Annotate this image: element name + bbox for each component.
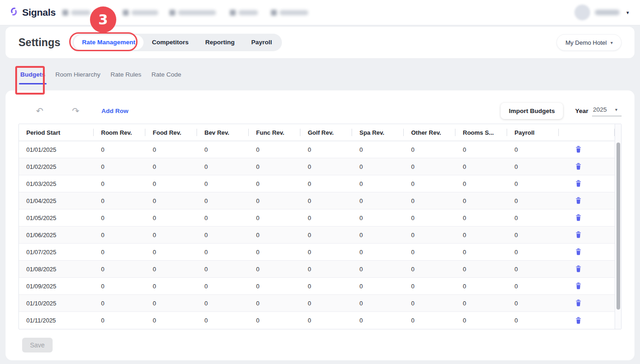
value-cell[interactable]: 0 [94, 197, 145, 204]
value-cell[interactable]: 0 [455, 180, 507, 187]
delete-row-button[interactable] [559, 197, 615, 204]
value-cell[interactable]: 0 [455, 197, 507, 204]
value-cell[interactable]: 0 [249, 163, 300, 170]
value-cell[interactable]: 0 [404, 300, 455, 307]
delete-row-button[interactable] [559, 180, 615, 187]
value-cell[interactable]: 0 [300, 180, 352, 187]
period-start-cell[interactable]: 01/09/2025 [19, 283, 94, 290]
value-cell[interactable]: 0 [94, 180, 145, 187]
value-cell[interactable]: 0 [455, 249, 507, 256]
period-start-cell[interactable]: 01/02/2025 [19, 163, 94, 170]
value-cell[interactable]: 0 [507, 300, 559, 307]
value-cell[interactable]: 0 [507, 266, 559, 273]
brand-logo[interactable]: Signals [8, 6, 56, 19]
value-cell[interactable]: 0 [507, 215, 559, 221]
value-cell[interactable]: 0 [507, 180, 559, 187]
delete-row-button[interactable] [559, 299, 615, 307]
value-cell[interactable]: 0 [352, 283, 404, 290]
delete-row-button[interactable] [559, 282, 615, 290]
value-cell[interactable]: 0 [404, 232, 455, 239]
delete-row-button[interactable] [559, 146, 615, 153]
value-cell[interactable]: 0 [404, 266, 455, 273]
value-cell[interactable]: 0 [300, 283, 352, 290]
subtab-rate-rules[interactable]: Rate Rules [111, 71, 142, 78]
value-cell[interactable]: 0 [249, 232, 300, 239]
value-cell[interactable]: 0 [300, 300, 352, 307]
value-cell[interactable]: 0 [145, 197, 197, 204]
value-cell[interactable]: 0 [455, 266, 507, 273]
value-cell[interactable]: 0 [404, 317, 455, 324]
import-budgets-button[interactable]: Import Budgets [501, 103, 563, 119]
value-cell[interactable]: 0 [249, 300, 300, 307]
value-cell[interactable]: 0 [300, 163, 352, 170]
value-cell[interactable]: 0 [249, 180, 300, 187]
redacted-nav-item[interactable] [62, 10, 90, 16]
value-cell[interactable]: 0 [404, 197, 455, 204]
value-cell[interactable]: 0 [249, 266, 300, 273]
value-cell[interactable]: 0 [145, 249, 197, 256]
value-cell[interactable]: 0 [507, 197, 559, 204]
value-cell[interactable]: 0 [507, 146, 559, 153]
value-cell[interactable]: 0 [249, 197, 300, 204]
save-button[interactable]: Save [22, 338, 53, 352]
delete-row-button[interactable] [559, 248, 615, 256]
scrollbar-thumb[interactable] [616, 143, 620, 310]
value-cell[interactable]: 0 [249, 283, 300, 290]
value-cell[interactable]: 0 [145, 163, 197, 170]
redacted-nav-item[interactable] [271, 10, 308, 16]
delete-row-button[interactable] [559, 163, 615, 170]
value-cell[interactable]: 0 [197, 283, 249, 290]
value-cell[interactable]: 0 [404, 249, 455, 256]
value-cell[interactable]: 0 [94, 146, 145, 153]
value-cell[interactable]: 0 [507, 249, 559, 256]
value-cell[interactable]: 0 [94, 317, 145, 324]
subtab-budgets[interactable]: Budgets [20, 71, 45, 78]
value-cell[interactable]: 0 [507, 317, 559, 324]
value-cell[interactable]: 0 [455, 146, 507, 153]
period-start-cell[interactable]: 01/03/2025 [19, 180, 94, 187]
value-cell[interactable]: 0 [249, 146, 300, 153]
value-cell[interactable]: 0 [197, 163, 249, 170]
value-cell[interactable]: 0 [145, 317, 197, 324]
delete-row-button[interactable] [559, 265, 615, 273]
period-start-cell[interactable]: 01/11/2025 [19, 317, 94, 324]
period-start-cell[interactable]: 01/10/2025 [19, 300, 94, 307]
subtab-rate-code[interactable]: Rate Code [151, 71, 181, 78]
value-cell[interactable]: 0 [352, 163, 404, 170]
undo-icon[interactable]: ↶ [36, 107, 43, 115]
value-cell[interactable]: 0 [455, 317, 507, 324]
value-cell[interactable]: 0 [300, 266, 352, 273]
value-cell[interactable]: 0 [145, 232, 197, 239]
value-cell[interactable]: 0 [404, 163, 455, 170]
user-menu[interactable]: ▾ [574, 5, 632, 20]
value-cell[interactable]: 0 [197, 146, 249, 153]
value-cell[interactable]: 0 [455, 300, 507, 307]
value-cell[interactable]: 0 [94, 249, 145, 256]
value-cell[interactable]: 0 [352, 266, 404, 273]
subtab-room-hierarchy[interactable]: Room Hierarchy [55, 71, 101, 78]
value-cell[interactable]: 0 [197, 215, 249, 221]
delete-row-button[interactable] [559, 214, 615, 221]
value-cell[interactable]: 0 [404, 283, 455, 290]
value-cell[interactable]: 0 [507, 232, 559, 239]
tab-reporting[interactable]: Reporting [197, 35, 243, 50]
tab-payroll[interactable]: Payroll [243, 35, 281, 50]
redacted-nav-item[interactable] [169, 10, 216, 16]
value-cell[interactable]: 0 [249, 249, 300, 256]
year-select[interactable]: 2025 ▾ [592, 105, 622, 116]
value-cell[interactable]: 0 [249, 317, 300, 324]
period-start-cell[interactable]: 01/06/2025 [19, 232, 94, 239]
value-cell[interactable]: 0 [197, 266, 249, 273]
value-cell[interactable]: 0 [300, 215, 352, 221]
value-cell[interactable]: 0 [94, 300, 145, 307]
add-row-button[interactable]: Add Row [102, 107, 129, 114]
value-cell[interactable]: 0 [352, 197, 404, 204]
value-cell[interactable]: 0 [197, 197, 249, 204]
value-cell[interactable]: 0 [94, 163, 145, 170]
value-cell[interactable]: 0 [507, 163, 559, 170]
value-cell[interactable]: 0 [145, 180, 197, 187]
value-cell[interactable]: 0 [197, 232, 249, 239]
tab-competitors[interactable]: Competitors [144, 35, 197, 50]
delete-row-button[interactable] [559, 231, 615, 239]
value-cell[interactable]: 0 [352, 249, 404, 256]
